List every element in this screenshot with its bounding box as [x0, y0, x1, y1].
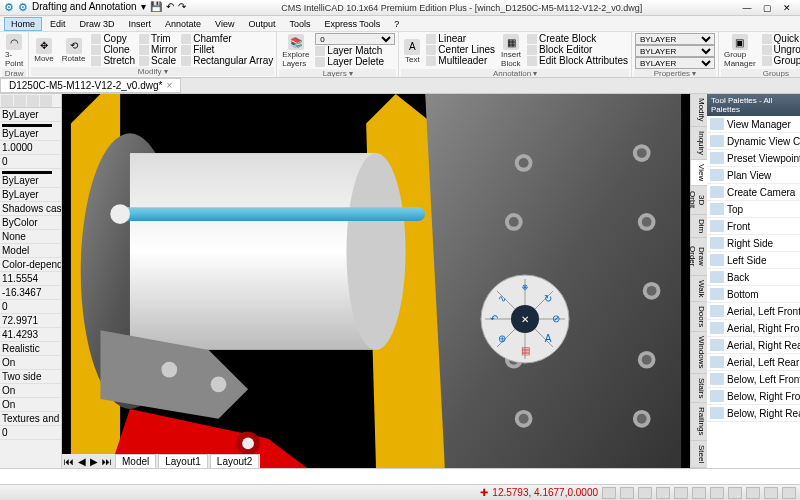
group-manager-button[interactable]: ▣Group Manager	[721, 33, 759, 69]
palette-item[interactable]: Back	[707, 269, 800, 286]
edit-block-attr-button[interactable]: Edit Block Attributes	[526, 55, 629, 66]
menu-edit[interactable]: Edit	[44, 18, 72, 30]
props-tool-icon[interactable]	[1, 95, 13, 107]
prop-row[interactable]: Two side	[0, 370, 61, 384]
palette-item[interactable]: Below, Right Rear	[707, 405, 800, 422]
model-toggle[interactable]	[728, 487, 742, 499]
viewport-3d[interactable]: ✕ ⎈ ↻ ⊘ A ▤ ⊕ ↶ ∿ ⏮ ◀ ▶ ⏭ Model Layout1 …	[62, 94, 690, 468]
prop-row[interactable]: On	[0, 356, 61, 370]
copy-button[interactable]: Copy	[90, 33, 136, 44]
status-extra-3[interactable]	[782, 487, 796, 499]
prop-row[interactable]: On	[0, 384, 61, 398]
layer-match-button[interactable]: Layer Match	[314, 45, 396, 56]
create-block-button[interactable]: Create Block	[526, 33, 629, 44]
prop-row[interactable]: ByLayer	[0, 169, 61, 188]
lwt-toggle[interactable]	[710, 487, 724, 499]
linetype-select[interactable]: BYLAYER	[635, 45, 715, 57]
menu-insert[interactable]: Insert	[123, 18, 158, 30]
scale-button[interactable]: Scale	[138, 55, 178, 66]
3point-button[interactable]: ◠3-Point	[2, 33, 26, 69]
palette-tab[interactable]: Railings	[691, 403, 707, 440]
menu-express[interactable]: Express Tools	[319, 18, 387, 30]
palette-tab[interactable]: View	[691, 160, 707, 186]
palette-item[interactable]: Front	[707, 218, 800, 235]
palette-tab[interactable]: Dim	[691, 215, 707, 238]
prop-row[interactable]: 72.9971	[0, 314, 61, 328]
layout-last-icon[interactable]: ⏭	[100, 456, 114, 467]
undo-icon[interactable]: ↶	[166, 1, 174, 14]
text-button[interactable]: AText	[401, 33, 423, 69]
quick-group-button[interactable]: Quick Group	[761, 33, 800, 44]
otrack-toggle[interactable]	[692, 487, 706, 499]
palette-tab[interactable]: Windows	[691, 332, 707, 373]
palette-tab[interactable]: Modify	[691, 94, 707, 127]
palette-item[interactable]: Plan View	[707, 167, 800, 184]
palette-tab[interactable]: Draw Order	[691, 238, 707, 275]
menu-home[interactable]: Home	[4, 17, 42, 31]
palette-item[interactable]: Preset Viewpoints...	[707, 150, 800, 167]
menu-tools[interactable]: Tools	[283, 18, 316, 30]
move-button[interactable]: ✥Move	[31, 33, 57, 67]
palette-item[interactable]: Left Side	[707, 252, 800, 269]
menu-output[interactable]: Output	[242, 18, 281, 30]
osnap-toggle[interactable]	[674, 487, 688, 499]
prop-row[interactable]: 41.4293	[0, 328, 61, 342]
palette-tab[interactable]: 3D Orbit	[691, 186, 707, 215]
prop-row[interactable]: Model	[0, 244, 61, 258]
fillet-button[interactable]: Fillet	[180, 44, 274, 55]
grid-toggle[interactable]	[620, 487, 634, 499]
rotate-button[interactable]: ⟲Rotate	[59, 33, 89, 67]
chamfer-button[interactable]: Chamfer	[180, 33, 274, 44]
prop-row[interactable]: 0	[0, 155, 61, 169]
save-icon[interactable]: 💾	[150, 1, 162, 14]
palette-item[interactable]: Create Camera	[707, 184, 800, 201]
close-tab-icon[interactable]: ×	[166, 80, 172, 91]
palette-item[interactable]: Top	[707, 201, 800, 218]
palette-item[interactable]: Aerial, Left Rear	[707, 354, 800, 371]
prop-row[interactable]: ByColor	[0, 216, 61, 230]
explore-layers-button[interactable]: 📚Explore Layers	[279, 33, 312, 69]
palette-item[interactable]: Below, Left Front	[707, 371, 800, 388]
polar-toggle[interactable]	[656, 487, 670, 499]
prop-row[interactable]: 0	[0, 426, 61, 440]
layout-prev-icon[interactable]: ◀	[76, 456, 88, 467]
palette-item[interactable]: Dynamic View Control...	[707, 133, 800, 150]
block-editor-button[interactable]: Block Editor	[526, 44, 629, 55]
tab-layout2[interactable]: Layout2	[210, 454, 260, 469]
color-select[interactable]: BYLAYER	[635, 33, 715, 45]
clone-button[interactable]: Clone	[90, 44, 136, 55]
prop-row[interactable]: Realistic	[0, 342, 61, 356]
prop-row[interactable]: ByLayer	[0, 188, 61, 202]
prop-row[interactable]: Shadows cast and r	[0, 202, 61, 216]
centerlines-button[interactable]: Center Lines	[425, 44, 496, 55]
status-extra-2[interactable]	[764, 487, 778, 499]
workspace-selector[interactable]: Drafting and Annotation	[32, 1, 137, 14]
menu-draw3d[interactable]: Draw 3D	[74, 18, 121, 30]
prop-row[interactable]: Color-dependent prin	[0, 258, 61, 272]
status-extra-1[interactable]	[746, 487, 760, 499]
layer-delete-button[interactable]: Layer Delete	[314, 56, 396, 67]
palette-tab[interactable]: Doors	[691, 302, 707, 332]
prop-row[interactable]: ByLayer	[0, 122, 61, 141]
menu-help[interactable]: ?	[388, 18, 405, 30]
palette-tab[interactable]: Walk	[691, 276, 707, 302]
trim-button[interactable]: Trim	[138, 33, 178, 44]
ungroup-button[interactable]: Ungroup	[761, 44, 800, 55]
palette-item[interactable]: Bottom	[707, 286, 800, 303]
palette-item[interactable]: Aerial, Right Rear	[707, 337, 800, 354]
palette-item[interactable]: Right Side	[707, 235, 800, 252]
layer-select[interactable]: 0	[315, 33, 395, 45]
ortho-toggle[interactable]	[638, 487, 652, 499]
prop-row[interactable]: Textures and materials	[0, 412, 61, 426]
snap-toggle[interactable]	[602, 487, 616, 499]
menu-view[interactable]: View	[209, 18, 240, 30]
prop-row[interactable]: None	[0, 230, 61, 244]
menu-annotate[interactable]: Annotate	[159, 18, 207, 30]
prop-row[interactable]: -16.3467	[0, 286, 61, 300]
tab-model[interactable]: Model	[115, 454, 156, 469]
settings-icon[interactable]: ⚙	[18, 1, 28, 14]
dropdown-icon[interactable]: ▾	[141, 1, 146, 14]
prop-row[interactable]: 1.0000	[0, 141, 61, 155]
layout-next-icon[interactable]: ▶	[88, 456, 100, 467]
palette-item[interactable]: View Manager	[707, 116, 800, 133]
